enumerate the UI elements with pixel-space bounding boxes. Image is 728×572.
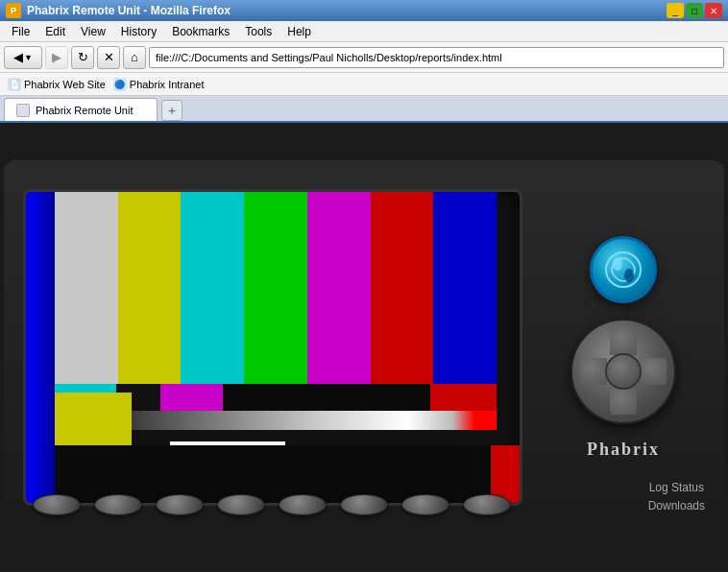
bar-red: [371, 192, 434, 384]
oval-btn-8[interactable]: [463, 494, 511, 515]
device-area: Phabrix Log Status Downloads: [0, 123, 728, 572]
bookmark-icon-web: 📄: [8, 78, 21, 91]
oval-btn-6[interactable]: [340, 494, 388, 515]
right-controls: Phabrix Log Status Downloads: [542, 236, 705, 460]
menu-view[interactable]: View: [73, 23, 113, 40]
back-button[interactable]: ◀ ▼: [4, 46, 42, 69]
bottom-buttons: [33, 494, 511, 515]
oval-btn-3[interactable]: [156, 494, 204, 515]
menu-edit[interactable]: Edit: [37, 23, 73, 40]
bookmark-phabrix-intranet[interactable]: 🔵 Phabrix Intranet: [113, 78, 205, 91]
oval-btn-2[interactable]: [94, 494, 142, 515]
color-bars: [55, 192, 497, 384]
yellow-block: [55, 393, 132, 445]
maximize-button[interactable]: □: [686, 3, 703, 18]
menu-tools[interactable]: Tools: [237, 23, 279, 40]
close-button[interactable]: ✕: [705, 3, 722, 18]
nav-bar: ◀ ▼ ▶ ↻ ✕ ⌂: [0, 42, 728, 73]
bookmarks-bar: 📄 Phabrix Web Site 🔵 Phabrix Intranet: [0, 73, 728, 96]
oval-btn-5[interactable]: [279, 494, 327, 515]
new-tab-button[interactable]: +: [161, 100, 182, 121]
bookmark-icon-intranet: 🔵: [113, 78, 127, 91]
svg-point-2: [624, 269, 634, 282]
bookmark-phabrix-web[interactable]: 📄 Phabrix Web Site: [8, 78, 106, 91]
tab-phabrix[interactable]: Phabrix Remote Unit: [4, 98, 158, 121]
window-controls: _ □ ✕: [667, 3, 722, 18]
dpad-right[interactable]: [640, 358, 667, 385]
narrow-magenta: [160, 384, 222, 413]
narrow-black2: [223, 384, 430, 413]
dpad[interactable]: [570, 319, 676, 424]
menu-history[interactable]: History: [113, 23, 164, 40]
narrow-red2: [430, 384, 497, 413]
label-downloads: Downloads: [648, 497, 705, 515]
minimize-button[interactable]: _: [667, 3, 684, 18]
dpad-down[interactable]: [610, 388, 637, 415]
dpad-up[interactable]: [610, 328, 637, 355]
window-title: Phabrix Remote Unit - Mozilla Firefox: [27, 4, 231, 17]
stop-button[interactable]: ✕: [97, 46, 120, 69]
bar-white: [55, 192, 118, 384]
bar-magenta: [307, 192, 371, 384]
forward-button[interactable]: ▶: [45, 46, 68, 69]
reload-button[interactable]: ↻: [71, 46, 94, 69]
bar-blue: [433, 192, 497, 384]
menu-bar: File Edit View History Bookmarks Tools H…: [0, 21, 728, 42]
app-icon: P: [6, 3, 21, 18]
address-bar[interactable]: [149, 47, 724, 68]
device-body: Phabrix Log Status Downloads: [4, 160, 724, 535]
label-log-status: Log Status: [648, 479, 705, 497]
logo-button[interactable]: [590, 236, 657, 303]
brand-name: Phabrix: [587, 440, 660, 460]
menu-bookmarks[interactable]: Bookmarks: [164, 23, 237, 40]
menu-file[interactable]: File: [4, 23, 37, 40]
screen: [23, 189, 522, 506]
title-bar: P Phabrix Remote Unit - Mozilla Firefox …: [0, 0, 728, 21]
bar-yellow: [118, 192, 182, 384]
left-blue-bar: [26, 192, 55, 506]
bottom-labels: Log Status Downloads: [648, 479, 705, 515]
oval-btn-4[interactable]: [217, 494, 265, 515]
svg-point-1: [613, 257, 622, 271]
oval-btn-1[interactable]: [33, 494, 81, 515]
dpad-outer: [570, 319, 676, 424]
dpad-left[interactable]: [580, 358, 607, 385]
bar-green: [244, 192, 307, 384]
tab-label: Phabrix Remote Unit: [36, 105, 133, 116]
oval-btn-7[interactable]: [401, 494, 449, 515]
tab-favicon: [16, 104, 30, 117]
menu-help[interactable]: Help: [279, 23, 319, 40]
home-button[interactable]: ⌂: [123, 46, 146, 69]
tab-bar: Phabrix Remote Unit +: [0, 96, 728, 123]
logo-icon: [599, 246, 647, 294]
bar-cyan: [181, 192, 244, 384]
dpad-center[interactable]: [605, 353, 642, 390]
